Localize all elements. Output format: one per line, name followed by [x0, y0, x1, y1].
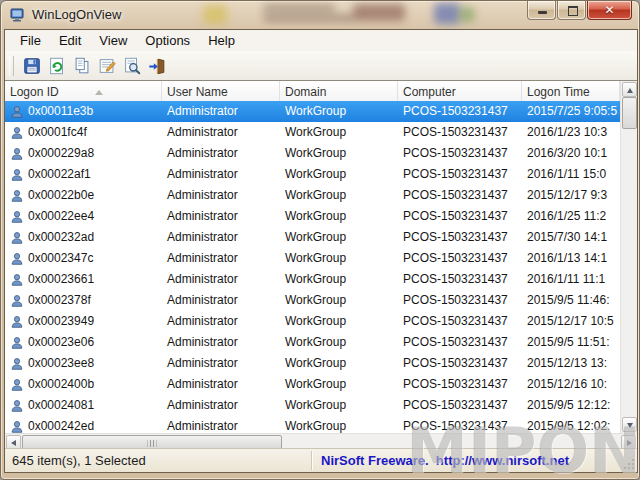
- table-row[interactable]: 0x0002400bAdministratorWorkGroupPCOS-150…: [5, 374, 620, 395]
- menu-item-options[interactable]: Options: [136, 31, 199, 50]
- copy-button[interactable]: [69, 53, 94, 78]
- cell-computer: PCOS-1503231437: [398, 395, 522, 416]
- table-row[interactable]: 0x0001fc4fAdministratorWorkGroupPCOS-150…: [5, 122, 620, 143]
- desktop-glare-decoration: [203, 5, 227, 24]
- cell-logon-id: 0x000242ed: [5, 416, 162, 433]
- table-row[interactable]: 0x0002378fAdministratorWorkGroupPCOS-150…: [5, 290, 620, 311]
- menu-item-file[interactable]: File: [11, 31, 50, 50]
- cell-user-name: Administrator: [162, 206, 280, 227]
- user-icon: [10, 168, 24, 182]
- client-area: FileEditViewOptionsHelp: [4, 29, 638, 473]
- close-icon: ✕: [588, 3, 631, 17]
- title-bar: WinLogOnView ✕: [1, 1, 639, 29]
- cell-logon-time: 2015/9/5 12:02:: [522, 416, 620, 433]
- cell-domain: WorkGroup: [280, 248, 398, 269]
- table-row[interactable]: 0x00022ee4AdministratorWorkGroupPCOS-150…: [5, 206, 620, 227]
- refresh-icon: [47, 56, 67, 76]
- column-label: Logon ID: [10, 85, 59, 99]
- user-icon: [10, 105, 24, 119]
- table-row[interactable]: 0x00023949AdministratorWorkGroupPCOS-150…: [5, 311, 620, 332]
- find-icon: [122, 56, 142, 76]
- cell-logon-id: 0x00023949: [5, 311, 162, 332]
- maximize-button[interactable]: [557, 1, 586, 20]
- scroll-grip-icon: [148, 440, 157, 447]
- cell-computer: PCOS-1503231437: [398, 101, 522, 122]
- table-row[interactable]: 0x000242edAdministratorWorkGroupPCOS-150…: [5, 416, 620, 433]
- find-button[interactable]: [119, 53, 144, 78]
- cell-computer: PCOS-1503231437: [398, 206, 522, 227]
- user-icon: [10, 420, 24, 434]
- cell-logon-time: 2016/3/20 10:1: [522, 143, 620, 164]
- cell-user-name: Administrator: [162, 290, 280, 311]
- cell-logon-id: 0x00024081: [5, 395, 162, 416]
- desktop-glare-decoration: [353, 4, 405, 21]
- cell-domain: WorkGroup: [280, 164, 398, 185]
- user-icon: [10, 231, 24, 245]
- cell-domain: WorkGroup: [280, 227, 398, 248]
- resize-grip[interactable]: [623, 458, 635, 470]
- vertical-scroll-thumb[interactable]: [622, 97, 637, 129]
- cell-domain: WorkGroup: [280, 416, 398, 433]
- window-title: WinLogOnView: [32, 1, 121, 29]
- table-row[interactable]: 0x00011e3bAdministratorWorkGroupPCOS-150…: [5, 101, 620, 122]
- cell-logon-time: 2016/1/25 11:2: [522, 206, 620, 227]
- cell-user-name: Administrator: [162, 122, 280, 143]
- cell-logon-id: 0x000232ad: [5, 227, 162, 248]
- column-header-user-name[interactable]: User Name: [162, 81, 280, 101]
- table-row[interactable]: 0x00024081AdministratorWorkGroupPCOS-150…: [5, 395, 620, 416]
- exit-button[interactable]: [144, 53, 169, 78]
- cell-domain: WorkGroup: [280, 374, 398, 395]
- cell-computer: PCOS-1503231437: [398, 269, 522, 290]
- menu-item-help[interactable]: Help: [199, 31, 244, 50]
- cell-logon-id: 0x00023ee8: [5, 353, 162, 374]
- column-header-logon-id[interactable]: Logon ID: [5, 81, 162, 101]
- user-icon: [10, 126, 24, 140]
- cell-user-name: Administrator: [162, 269, 280, 290]
- close-button[interactable]: ✕: [587, 1, 632, 20]
- table-row[interactable]: 0x00023661AdministratorWorkGroupPCOS-150…: [5, 269, 620, 290]
- minimize-button[interactable]: [527, 1, 556, 20]
- cell-logon-time: 2015/9/5 12:12:: [522, 395, 620, 416]
- cell-logon-id: 0x0002347c: [5, 248, 162, 269]
- table-row[interactable]: 0x00022b0eAdministratorWorkGroupPCOS-150…: [5, 185, 620, 206]
- cell-logon-id: 0x00023661: [5, 269, 162, 290]
- refresh-button[interactable]: [44, 53, 69, 78]
- menu-item-edit[interactable]: Edit: [50, 31, 90, 50]
- cell-logon-time: 2015/9/5 11:51:: [522, 332, 620, 353]
- scroll-down-button[interactable]: [622, 417, 637, 432]
- column-label: Domain: [285, 85, 326, 99]
- minimize-icon: [538, 11, 547, 14]
- status-bar: 645 item(s), 1 Selected NirSoft Freeware…: [5, 448, 637, 472]
- user-icon: [10, 273, 24, 287]
- table-row[interactable]: 0x00023e06AdministratorWorkGroupPCOS-150…: [5, 332, 620, 353]
- cell-user-name: Administrator: [162, 374, 280, 395]
- table-row[interactable]: 0x000232adAdministratorWorkGroupPCOS-150…: [5, 227, 620, 248]
- table-row[interactable]: 0x00022af1AdministratorWorkGroupPCOS-150…: [5, 164, 620, 185]
- cell-domain: WorkGroup: [280, 122, 398, 143]
- column-header-domain[interactable]: Domain: [280, 81, 398, 101]
- toolbar: [5, 51, 637, 81]
- arrow-left-icon: [11, 440, 16, 446]
- exit-icon: [147, 56, 167, 76]
- column-header-logon-time[interactable]: Logon Time: [522, 81, 620, 101]
- cell-logon-time: 2015/7/30 14:1: [522, 227, 620, 248]
- table-row[interactable]: 0x0002347cAdministratorWorkGroupPCOS-150…: [5, 248, 620, 269]
- arrow-up-icon: [627, 88, 633, 93]
- cell-domain: WorkGroup: [280, 143, 398, 164]
- save-button[interactable]: [19, 53, 44, 78]
- cell-user-name: Administrator: [162, 311, 280, 332]
- properties-button[interactable]: [94, 53, 119, 78]
- nirsoft-link[interactable]: NirSoft Freeware. http://www.nirsoft.net: [321, 453, 569, 468]
- cell-logon-id: 0x00022ee4: [5, 206, 162, 227]
- window-controls: ✕: [526, 1, 632, 20]
- scroll-up-button[interactable]: [622, 82, 637, 97]
- vertical-scrollbar[interactable]: [620, 81, 637, 433]
- table-row[interactable]: 0x00023ee8AdministratorWorkGroupPCOS-150…: [5, 353, 620, 374]
- properties-icon: [97, 56, 117, 76]
- table-row[interactable]: 0x000229a8AdministratorWorkGroupPCOS-150…: [5, 143, 620, 164]
- menu-item-view[interactable]: View: [90, 31, 136, 50]
- column-label: Logon Time: [527, 85, 590, 99]
- column-header-computer[interactable]: Computer: [398, 81, 522, 101]
- cell-logon-id: 0x00023e06: [5, 332, 162, 353]
- cell-domain: WorkGroup: [280, 290, 398, 311]
